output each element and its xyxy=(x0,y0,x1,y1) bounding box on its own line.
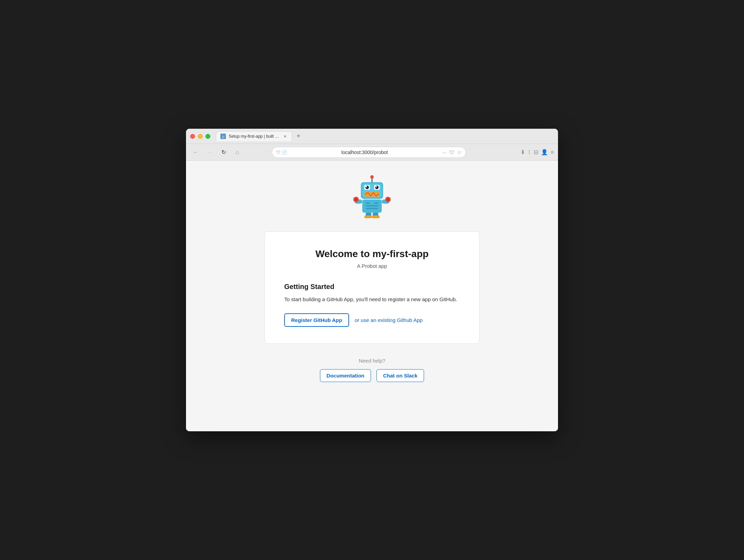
chat-on-slack-button[interactable]: Chat on Slack xyxy=(377,369,424,382)
forward-button[interactable]: → xyxy=(204,147,215,158)
menu-icon[interactable]: ≡ xyxy=(551,149,554,155)
nav-right-actions: ⬇ ⫶ ⊟ 👤 ≡ xyxy=(521,149,554,156)
svg-rect-12 xyxy=(366,202,370,204)
help-buttons: Documentation Chat on Slack xyxy=(320,369,424,382)
tracking-icon[interactable]: 🛡 xyxy=(449,150,454,155)
reload-icon: ↻ xyxy=(221,149,226,155)
nav-bar: ← → ↻ ⌂ 🛡 📄 localhost:3000/probot ··· 🛡 … xyxy=(186,144,558,161)
browser-window: 🤖 Setup my-first-app | built with ✕ + ← … xyxy=(186,129,558,431)
robot-svg xyxy=(351,175,393,220)
minimize-button[interactable] xyxy=(198,134,203,139)
svg-point-21 xyxy=(387,198,389,201)
more-icon[interactable]: ··· xyxy=(442,150,447,155)
robot-illustration xyxy=(351,175,393,221)
documentation-button[interactable]: Documentation xyxy=(320,369,371,382)
tab-favicon: 🤖 xyxy=(220,134,226,139)
close-button[interactable] xyxy=(190,134,195,139)
svg-point-7 xyxy=(375,186,379,189)
new-tab-button[interactable]: + xyxy=(294,131,303,141)
forward-icon: → xyxy=(207,149,212,155)
bookmark-icon[interactable]: ☆ xyxy=(457,150,462,155)
shield-icon: 🛡 xyxy=(276,150,280,155)
existing-app-link[interactable]: or use an existing Github App xyxy=(355,317,423,323)
tab-title: Setup my-first-app | built with xyxy=(229,134,279,139)
reload-button[interactable]: ↻ xyxy=(218,147,229,158)
home-icon: ⌂ xyxy=(236,149,239,155)
svg-point-18 xyxy=(355,198,357,201)
reader-icon[interactable]: ⊟ xyxy=(534,149,538,155)
account-icon[interactable]: 👤 xyxy=(541,149,548,155)
browser-tab[interactable]: 🤖 Setup my-first-app | built with ✕ xyxy=(216,131,292,141)
card-title: Welcome to my-first-app xyxy=(284,248,460,260)
svg-point-6 xyxy=(365,186,369,189)
back-button[interactable]: ← xyxy=(190,147,201,158)
getting-started-heading: Getting Started xyxy=(284,283,460,291)
help-title: Need help? xyxy=(359,358,386,364)
register-github-app-button[interactable]: Register GitHub App xyxy=(284,313,349,327)
tab-close-icon[interactable]: ✕ xyxy=(282,134,288,139)
card-subtitle: A Probot app xyxy=(284,263,460,269)
svg-point-8 xyxy=(366,186,367,187)
svg-rect-15 xyxy=(366,208,378,209)
page-icon: 📄 xyxy=(282,150,287,155)
address-bar[interactable]: 🛡 📄 localhost:3000/probot ··· 🛡 ☆ xyxy=(272,147,466,158)
main-card: Welcome to my-first-app A Probot app Get… xyxy=(264,231,480,344)
svg-point-9 xyxy=(375,186,377,187)
page-content: Welcome to my-first-app A Probot app Get… xyxy=(186,161,558,431)
address-actions: ··· 🛡 ☆ xyxy=(442,150,462,155)
svg-rect-25 xyxy=(372,215,380,218)
svg-rect-14 xyxy=(366,205,378,206)
card-actions: Register GitHub App or use an existing G… xyxy=(284,313,460,327)
address-security-icons: 🛡 📄 xyxy=(276,150,287,155)
download-icon[interactable]: ⬇ xyxy=(521,149,525,155)
help-section: Need help? Documentation Chat on Slack xyxy=(320,358,424,382)
traffic-lights xyxy=(190,134,210,139)
url-text: localhost:3000/probot xyxy=(290,150,440,155)
maximize-button[interactable] xyxy=(205,134,210,139)
library-icon[interactable]: ⫶ xyxy=(528,149,531,156)
svg-point-1 xyxy=(370,175,374,179)
svg-rect-13 xyxy=(374,202,378,204)
svg-rect-24 xyxy=(364,215,372,218)
home-button[interactable]: ⌂ xyxy=(232,147,243,158)
title-bar: 🤖 Setup my-first-app | built with ✕ + xyxy=(186,129,558,144)
back-icon: ← xyxy=(193,149,198,155)
tab-bar: 🤖 Setup my-first-app | built with ✕ + xyxy=(216,131,554,141)
getting-started-description: To start building a GitHub App, you'll n… xyxy=(284,296,460,304)
